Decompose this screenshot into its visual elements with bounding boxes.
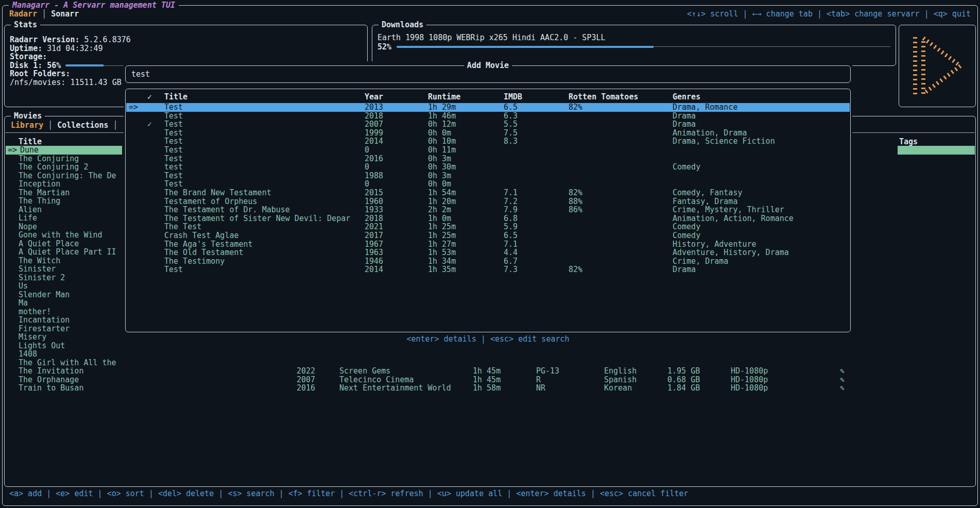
keybinding-hint: <e> edit bbox=[56, 489, 93, 498]
movie-title: Nope bbox=[19, 223, 37, 231]
search-result-row[interactable]: The Testament of Dr. Mabuse19332h 2m7.98… bbox=[126, 206, 850, 214]
movie-title: Sinister bbox=[19, 265, 56, 274]
search-result-row[interactable]: Test20181h 46m6.3Drama bbox=[126, 112, 850, 121]
column-header: Rotten Tomatoes bbox=[569, 93, 673, 101]
keybinding-hint: <esc> edit search bbox=[490, 334, 570, 344]
result-genres bbox=[673, 172, 850, 180]
search-result-row[interactable]: The Test20211h 25m5.9Comedy bbox=[126, 223, 850, 231]
movie-row[interactable]: The Orphanage2007Telecinco Cinema1h 45mR… bbox=[5, 376, 975, 384]
in-library-check: ✓ bbox=[147, 120, 164, 129]
tab-separator: │ bbox=[48, 121, 53, 130]
result-title: Test bbox=[164, 155, 365, 163]
search-result-row[interactable]: Crash Test Aglae20171h 25m6.5Comedy bbox=[126, 231, 850, 240]
result-runtime: 0h 11m bbox=[428, 146, 504, 155]
movie-title: Gone with the Wind bbox=[19, 231, 102, 240]
download-item-title[interactable]: Earth 1998 1080p WEBRip x265 Hindi AAC2.… bbox=[377, 33, 890, 42]
movie-title: mother! bbox=[19, 308, 51, 316]
result-title: Test bbox=[164, 129, 365, 138]
movie-studio: Screen Gems bbox=[339, 367, 390, 376]
movie-studio: Next Entertainment World bbox=[339, 384, 451, 393]
result-genres: Drama bbox=[673, 112, 850, 121]
result-rotten-tomatoes: 86% bbox=[569, 206, 673, 214]
tab-library[interactable]: Library bbox=[11, 121, 43, 130]
result-runtime: 1h 20m bbox=[428, 197, 504, 206]
help-separator: | bbox=[920, 9, 934, 19]
stats-uptime-line: Uptime: 31d 04:32:49 bbox=[10, 44, 367, 53]
movie-title: The Conjuring 2 bbox=[19, 163, 88, 172]
add-movie-search-input[interactable]: test bbox=[131, 70, 150, 79]
in-library-check bbox=[147, 214, 164, 223]
movie-title: Inception bbox=[19, 180, 60, 189]
result-runtime: 0h 12m bbox=[428, 120, 504, 129]
managarr-play-logo-icon bbox=[907, 33, 968, 99]
search-result-row[interactable]: The Brand New Testament20151h 54m7.182%C… bbox=[126, 189, 850, 197]
result-imdb: 8.3 bbox=[504, 137, 569, 146]
tab-sonarr[interactable]: Sonarr bbox=[51, 9, 79, 19]
column-header: Runtime bbox=[428, 93, 504, 101]
edit-pencil-icon: ✎ bbox=[840, 376, 845, 384]
search-result-row[interactable]: The Testimony19461h 34m6.7Crime, Drama bbox=[126, 257, 850, 266]
tab-separator: │ bbox=[113, 121, 118, 130]
search-result-row[interactable]: The Old Testament19631h 53m4.4Adventure,… bbox=[126, 248, 850, 257]
result-title: The Old Testament bbox=[164, 248, 365, 257]
result-rotten-tomatoes: 82% bbox=[569, 265, 673, 274]
movie-quality: HD-1080p bbox=[731, 376, 768, 384]
result-runtime: 0h 0m bbox=[428, 180, 504, 189]
movie-title: Incantation bbox=[19, 316, 70, 325]
result-genres: Drama bbox=[673, 120, 850, 129]
in-library-check bbox=[147, 189, 164, 197]
search-result-row[interactable]: Test00h 11m bbox=[126, 146, 850, 155]
result-year: 1933 bbox=[365, 206, 428, 214]
movie-runtime: 1h 58m bbox=[473, 384, 501, 393]
tab-radarr[interactable]: Radarr bbox=[9, 9, 37, 19]
result-rotten-tomatoes bbox=[569, 223, 673, 231]
in-library-check bbox=[147, 163, 164, 172]
result-runtime: 1h 35m bbox=[428, 265, 504, 274]
search-result-row[interactable]: ✓Test20070h 12m5.5Drama bbox=[126, 120, 850, 129]
result-title: Test bbox=[164, 120, 365, 129]
column-header: Genres bbox=[673, 93, 850, 101]
search-result-row[interactable]: Test00h 0m bbox=[126, 180, 850, 189]
downloads-panel-title: Downloads bbox=[379, 21, 426, 29]
result-title: Test bbox=[164, 112, 365, 121]
result-year: 2014 bbox=[365, 137, 428, 146]
movie-title: Misery bbox=[19, 333, 46, 342]
movie-row[interactable]: Train to Busan2016Next Entertainment Wor… bbox=[5, 384, 975, 393]
search-result-row[interactable]: Testament of Orpheus19601h 20m7.288%Fant… bbox=[126, 197, 850, 206]
search-result-row[interactable]: =>Test20131h 29m6.582%Drama, Romance bbox=[126, 103, 850, 112]
selection-marker: => bbox=[8, 146, 17, 155]
version-value: 5.2.6.8376 bbox=[84, 35, 131, 44]
result-rotten-tomatoes bbox=[569, 137, 673, 146]
movie-row[interactable]: The Invitation2022Screen Gems1h 45mPG-13… bbox=[5, 367, 975, 376]
servarr-tabs: Radarr│Sonarr bbox=[9, 10, 79, 19]
search-result-row[interactable]: The Testament of Sister New Devil: Depar… bbox=[126, 214, 850, 223]
result-rotten-tomatoes bbox=[569, 231, 673, 240]
tab-collections[interactable]: Collections bbox=[57, 121, 108, 130]
result-year: 2015 bbox=[365, 189, 428, 197]
help-separator: | bbox=[274, 489, 288, 498]
movie-quality: HD-1080p bbox=[731, 367, 768, 376]
movie-certification: R bbox=[536, 376, 541, 384]
search-result-row[interactable]: The Aga's Testament19671h 27m7.1History,… bbox=[126, 240, 850, 249]
result-title: Test bbox=[164, 146, 365, 155]
search-result-row[interactable]: test00h 30mComedy bbox=[126, 163, 850, 172]
stats-panel-title: Stats bbox=[11, 21, 40, 29]
result-rotten-tomatoes bbox=[569, 120, 673, 129]
add-movie-search-box[interactable]: Add Movie test bbox=[125, 65, 851, 83]
search-result-row[interactable]: Test20141h 35m7.382%Drama bbox=[126, 265, 850, 274]
result-genres: Comedy bbox=[673, 223, 850, 231]
result-imdb: 4.4 bbox=[504, 248, 569, 257]
search-result-row[interactable]: Test20140h 10m8.3Drama, Science Fiction bbox=[126, 137, 850, 146]
movie-title: The Martian bbox=[19, 189, 70, 197]
logo-panel bbox=[899, 25, 976, 107]
keybinding-hint: <tab> change servarr bbox=[827, 9, 920, 19]
in-library-check bbox=[147, 129, 164, 138]
in-library-check bbox=[147, 223, 164, 231]
keybinding-hint: <o> sort bbox=[107, 489, 144, 498]
search-result-row[interactable]: Test20160h 3m bbox=[126, 155, 850, 163]
search-result-row[interactable]: Test19990h 0m7.5Animation, Drama bbox=[126, 129, 850, 138]
disk-percent: 56% bbox=[47, 61, 61, 70]
search-result-row[interactable]: Test19880h 3m bbox=[126, 172, 850, 180]
keybinding-hint: <a> add bbox=[9, 489, 42, 498]
result-runtime: 0h 30m bbox=[428, 163, 504, 172]
